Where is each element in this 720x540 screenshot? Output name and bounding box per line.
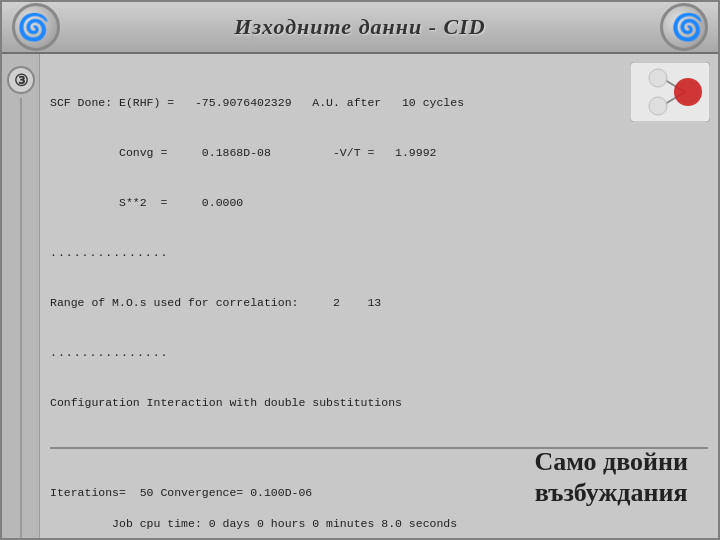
spiral-right-icon: 🌀 — [666, 6, 708, 48]
dots-2: ............... — [50, 345, 708, 362]
bottom-overlay: Само двойни възбуждания — [534, 446, 688, 508]
title-bar: 🌀 Изходните данни - CID 🌀 — [2, 2, 718, 54]
overlay-text-line1: Само двойни — [534, 446, 688, 477]
sidebar-line — [20, 98, 22, 538]
overlay-text-line2: възбуждания — [534, 477, 688, 508]
code-line-3: S**2 = 0.0000 — [50, 195, 708, 212]
main-window: 🌀 Изходните данни - CID 🌀 ③ — [0, 0, 720, 540]
code-line-2: Convg = 0.1868D-08 -V/T = 1.9992 — [50, 145, 708, 162]
svg-point-3 — [674, 78, 702, 106]
spiral-left-icon: 🌀 — [12, 6, 54, 48]
content-area: ③ — [2, 54, 718, 538]
window-title: Изходните данни - CID — [234, 14, 485, 40]
molecule-image — [630, 62, 710, 122]
code-line-7: Normalization: A(0)=1 — [50, 535, 708, 538]
sidebar-number: ③ — [7, 66, 35, 94]
code-line-4: Range of M.O.s used for correlation: 2 1… — [50, 295, 708, 312]
svg-point-5 — [649, 97, 667, 115]
sidebar: ③ — [2, 54, 40, 538]
svg-point-4 — [649, 69, 667, 87]
dots-1: ............... — [50, 245, 708, 262]
code-line-1: SCF Done: E(RHF) = -75.9076402329 A.U. a… — [50, 95, 708, 112]
main-content: SCF Done: E(RHF) = -75.9076402329 A.U. a… — [40, 54, 718, 538]
job-cpu-line: Job cpu time: 0 days 0 hours 0 minutes 8… — [50, 517, 457, 530]
code-line-5: Configuration Interaction with double su… — [50, 395, 708, 412]
